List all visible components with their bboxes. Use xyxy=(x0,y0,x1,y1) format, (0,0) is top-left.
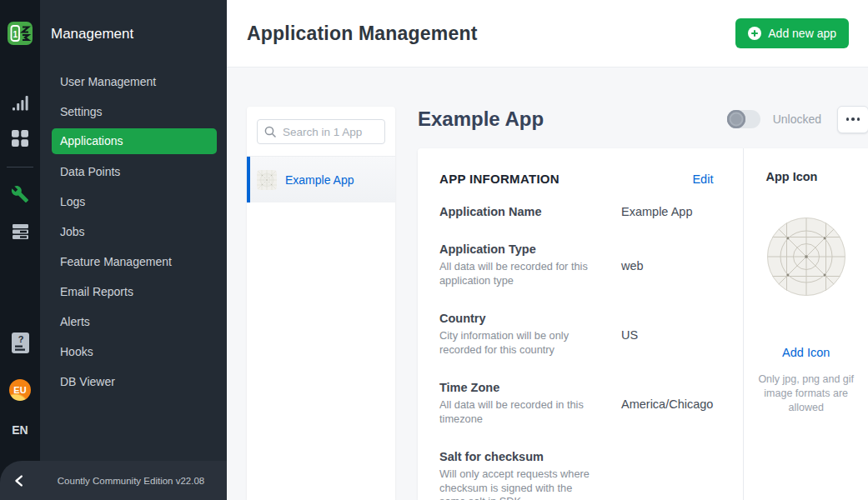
page-header: Application Management Add new app xyxy=(227,0,868,68)
field-label: Application Type xyxy=(439,242,598,256)
field-value: America/Chicago xyxy=(621,381,713,426)
field-description: Will only accept requests where checksum… xyxy=(439,468,598,500)
analytics-bars-icon[interactable] xyxy=(0,95,40,111)
field-value: web xyxy=(621,242,644,288)
app-search xyxy=(247,107,395,157)
field-value: Example App xyxy=(621,205,692,218)
user-avatar[interactable]: EU xyxy=(0,379,40,401)
lock-state-label: Unlocked xyxy=(773,112,821,126)
field-application-name: Application Name Example App xyxy=(439,205,713,218)
app-detail-card: APP INFORMATION Edit Application Name Ex… xyxy=(418,148,868,500)
sidebar-item-applications[interactable]: Applications xyxy=(52,128,217,154)
search-icon xyxy=(264,126,276,138)
svg-text:1: 1 xyxy=(13,30,18,39)
app-list-panel: Example App xyxy=(247,107,395,500)
sidebar-item-alerts[interactable]: Alerts xyxy=(52,307,217,337)
app-icon-placeholder xyxy=(767,218,845,296)
management-wrench-icon[interactable] xyxy=(0,185,40,203)
edition-version-label: Countly Community Edition v22.08 xyxy=(40,476,227,486)
ellipsis-icon xyxy=(846,118,850,121)
field-label: Application Name xyxy=(439,205,598,218)
sidebar-menu: User Management Settings Applications Da… xyxy=(52,67,217,397)
edit-link[interactable]: Edit xyxy=(692,172,713,186)
collapse-sidebar-button[interactable] xyxy=(0,473,40,488)
nav-rail: 1 xyxy=(0,0,40,500)
main-area: Application Management Add new app xyxy=(227,0,868,500)
sidebar: Management User Management Settings Appl… xyxy=(40,0,227,500)
field-time-zone: Time Zone All data will be recorded in t… xyxy=(439,381,713,426)
sidebar-item-feature-management[interactable]: Feature Management xyxy=(52,247,217,277)
sidebar-item-jobs[interactable]: Jobs xyxy=(52,217,217,247)
field-description: All data will be recorded for this appli… xyxy=(439,260,598,288)
app-list-item-example-app[interactable]: Example App xyxy=(247,157,395,202)
field-description: All data will be recorded in this timezo… xyxy=(439,398,598,426)
app-list-item-label: Example App xyxy=(285,173,354,187)
sidebar-item-hooks[interactable]: Hooks xyxy=(52,337,217,367)
data-server-icon[interactable] xyxy=(0,224,40,241)
field-application-type: Application Type All data will be record… xyxy=(439,242,713,288)
field-country: Country City information will be only re… xyxy=(439,312,713,357)
field-label: Country xyxy=(439,312,598,325)
sidebar-item-user-management[interactable]: User Management xyxy=(52,67,217,97)
app-detail-actions: Unlocked xyxy=(727,106,868,133)
sidebar-item-db-viewer[interactable]: DB Viewer xyxy=(52,367,217,397)
add-new-app-label: Add new app xyxy=(768,27,836,40)
field-salt-for-checksum: Salt for checksum Will only accept reque… xyxy=(439,450,713,500)
section-title: APP INFORMATION xyxy=(439,172,559,186)
field-value: US xyxy=(621,312,638,357)
app-icon-panel: App Icon Add Icon Only jpg, png and gif … xyxy=(743,148,868,500)
sidebar-item-data-points[interactable]: Data Points xyxy=(52,157,217,187)
lock-toggle-knob xyxy=(727,110,745,128)
dashboards-grid-icon[interactable] xyxy=(0,130,40,147)
app-icon-title: App Icon xyxy=(744,170,868,183)
content-area: Example App Example App Unlocked xyxy=(227,68,868,500)
svg-text:?: ? xyxy=(18,334,23,344)
more-options-button[interactable] xyxy=(837,106,868,133)
sidebar-item-logs[interactable]: Logs xyxy=(52,187,217,217)
add-new-app-button[interactable]: Add new app xyxy=(735,18,849,48)
icon-format-hint: Only jpg, png and gif image formats are … xyxy=(755,372,857,415)
app-placeholder-icon xyxy=(257,170,277,190)
help-doc-icon[interactable]: ? xyxy=(0,332,40,353)
field-label: Salt for checksum xyxy=(439,450,598,463)
add-icon-link[interactable]: Add Icon xyxy=(744,346,868,359)
search-input[interactable] xyxy=(257,119,385,144)
language-selector[interactable]: EN xyxy=(0,423,40,437)
field-label: Time Zone xyxy=(439,381,598,394)
app-detail-title: Example App xyxy=(418,108,544,131)
avatar-initials: EU xyxy=(9,379,31,401)
page-title: Application Management xyxy=(247,22,478,45)
plus-circle-icon xyxy=(748,27,761,40)
sidebar-title: Management xyxy=(40,0,227,42)
sidebar-footer: Countly Community Edition v22.08 xyxy=(0,461,227,500)
countly-logo-icon[interactable]: 1 xyxy=(0,22,40,45)
rail-divider xyxy=(7,167,33,168)
app-detail-header: Example App Unlocked xyxy=(418,102,868,136)
field-description: City information will be only recorded f… xyxy=(439,329,598,357)
app-information-section: APP INFORMATION Edit Application Name Ex… xyxy=(418,148,743,500)
sidebar-item-settings[interactable]: Settings xyxy=(52,97,217,127)
sidebar-item-email-reports[interactable]: Email Reports xyxy=(52,277,217,307)
lock-toggle[interactable] xyxy=(727,110,760,128)
